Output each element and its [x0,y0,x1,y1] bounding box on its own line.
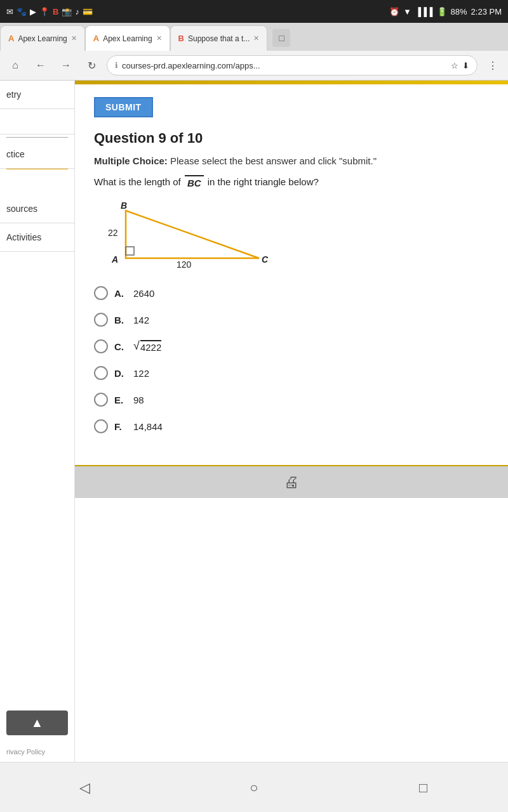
radio-d[interactable] [94,366,108,380]
radio-e[interactable] [94,393,108,407]
android-home-button[interactable]: ○ [238,772,270,804]
instruction-bold: Multiple Choice: [94,155,168,166]
youtube-icon: ▶ [30,7,36,16]
value-e: 98 [133,395,144,405]
tab-2-close[interactable]: ✕ [156,34,162,43]
value-a: 2640 [133,288,154,299]
sidebar-item-geometry[interactable]: etry [0,81,74,109]
android-nav-bar: ◁ ○ □ [0,762,508,812]
sqrt-expression: √ 4222 [133,340,161,353]
new-tab-button[interactable]: □ [267,25,295,51]
svg-text:C: C [262,254,269,265]
instruction-rest: Please select the best answer and click … [168,155,377,166]
vpn-icon: ▼ [403,7,411,16]
gmail-icon: ✉ [6,7,13,16]
tab-bar: A Apex Learning ✕ A Apex Learning ✕ B Su… [0,23,508,51]
question-container: SUBMIT Question 9 of 10 Multiple Choice:… [75,84,508,465]
forward-button[interactable]: → [56,55,76,75]
sidebar-item-activities[interactable]: Activities [0,223,74,252]
home-button[interactable]: ⌂ [5,55,25,75]
tab-2-label: Apex Learning [103,34,152,43]
svg-text:22: 22 [108,228,118,238]
letter-e: E. [114,395,127,405]
choice-e[interactable]: E. 98 [94,393,489,407]
tab-1-label: Apex Learning [18,34,67,43]
photo-icon: 🐾 [17,7,27,16]
print-button[interactable]: 🖨 [284,473,299,491]
letter-a: A. [114,288,127,299]
svg-text:B: B [121,201,127,211]
sidebar-geometry-label: etry [6,89,21,100]
upload-icon: ▲ [31,716,44,730]
alarm-icon: ⏰ [389,7,399,16]
main-layout: etry ctice sources Activities ▲ rivacy P… [0,81,508,762]
bookmark-icon[interactable]: ☆ [451,61,458,70]
tab-1-close[interactable]: ✕ [71,34,77,43]
choice-b[interactable]: B. 142 [94,313,489,327]
tab-1-icon: A [8,34,14,43]
svg-text:A: A [111,254,118,265]
menu-button[interactable]: ⋮ [483,55,503,75]
value-d: 122 [133,368,149,379]
letter-f: F. [114,421,127,432]
letter-b: B. [114,315,127,325]
sidebar-item-resources[interactable]: sources [0,195,74,223]
radio-c[interactable] [94,339,108,353]
url-bar[interactable]: ℹ courses-prd.apexlearning.com/apps... ☆… [107,55,478,75]
answer-choices: A. 2640 B. 142 C. √ 4222 [94,286,489,433]
security-icon: ℹ [115,61,118,70]
tab-2[interactable]: A Apex Learning ✕ [85,25,170,51]
battery-percent: 88% [451,7,467,16]
sidebar-bottom: ▲ rivacy Policy [0,704,74,762]
radio-f[interactable] [94,419,108,433]
sidebar-practice-label: ctice [6,149,25,159]
letter-d: D. [114,368,127,379]
back-button[interactable]: ← [30,55,51,75]
content-area: SUBMIT Question 9 of 10 Multiple Choice:… [75,81,508,762]
footer-bar: 🖨 [75,465,508,498]
tab-2-icon: A [93,34,99,43]
svg-text:120: 120 [177,259,192,270]
instagram-icon: 📸 [62,7,72,16]
address-bar: ⌂ ← → ↻ ℹ courses-prd.apexlearning.com/a… [0,51,508,80]
maps-icon: 📍 [39,7,50,16]
tab-3[interactable]: B Suppose that a t... ✕ [170,25,268,51]
android-recent-button[interactable]: □ [408,772,439,804]
radio-b[interactable] [94,313,108,327]
question-text-end: in the right triangle below? [208,176,319,187]
b-icon: B [53,7,58,16]
choice-f[interactable]: F. 14,844 [94,419,489,433]
wallet-icon: 💳 [83,7,93,16]
status-info: ⏰ ▼ ▐▐▐ 🔋 88% 2:23 PM [389,7,502,16]
radio-a[interactable] [94,286,108,300]
choice-d[interactable]: D. 122 [94,366,489,380]
choice-c[interactable]: C. √ 4222 [94,339,489,353]
sidebar-activities-label: Activities [6,232,41,242]
tab-1[interactable]: A Apex Learning ✕ [0,25,85,51]
url-text: courses-prd.apexlearning.com/apps... [122,61,447,70]
submit-button[interactable]: SUBMIT [94,97,153,117]
value-c: √ 4222 [133,340,161,353]
tab-3-icon: B [178,34,184,43]
choice-a[interactable]: A. 2640 [94,286,489,300]
sidebar-resources-label: sources [6,204,37,214]
tab-3-close[interactable]: ✕ [253,34,259,43]
privacy-policy-link[interactable]: rivacy Policy [0,742,74,762]
time-display: 2:23 PM [471,7,502,16]
svg-marker-0 [126,211,259,258]
refresh-button[interactable]: ↻ [81,55,102,75]
letter-c: C. [114,341,127,352]
status-icons: ✉ 🐾 ▶ 📍 B 📸 ♪ 💳 [6,7,93,16]
tab-3-label: Suppose that a t... [188,34,250,43]
sqrt-symbol: √ [133,340,140,351]
download-icon[interactable]: ⬇ [462,61,469,70]
sqrt-number: 4222 [140,340,161,353]
android-back-button[interactable]: ◁ [69,772,100,804]
privacy-policy-label: rivacy Policy [6,748,45,756]
sidebar-item-practice[interactable]: ctice [0,140,74,169]
upload-button[interactable]: ▲ [6,710,68,735]
value-b: 142 [133,315,149,325]
question-text-start: What is the length of [94,176,181,187]
triangle-diagram: B A C 22 120 [107,201,284,271]
segment-bc: BC [185,175,204,188]
